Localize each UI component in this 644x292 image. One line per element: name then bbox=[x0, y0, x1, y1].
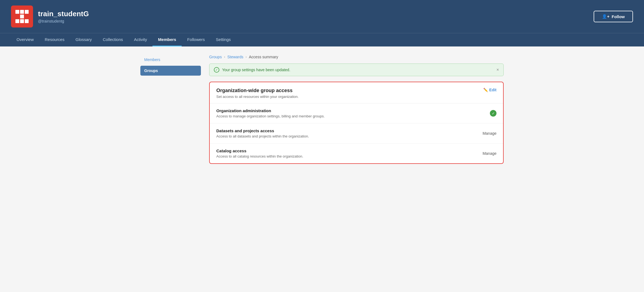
org-logo-svg bbox=[14, 9, 30, 24]
pencil-icon: ✏️ bbox=[483, 88, 488, 92]
access-row-catalog-value: Manage bbox=[482, 151, 496, 156]
access-row-org-admin-info: Organization administration Access to ma… bbox=[216, 108, 325, 118]
access-row-org-admin-title: Organization administration bbox=[216, 108, 325, 113]
org-identity: train_studentG @trainstudentg bbox=[11, 5, 89, 27]
breadcrumb-stewards[interactable]: Stewards bbox=[227, 55, 243, 59]
nav-glossary[interactable]: Glossary bbox=[70, 33, 97, 46]
sidebar: Members Groups bbox=[140, 55, 201, 164]
access-row-org-admin: Organization administration Access to ma… bbox=[210, 103, 503, 123]
alert-close-button[interactable]: × bbox=[496, 67, 499, 72]
alert-check-icon: ✓ bbox=[214, 67, 219, 73]
access-card: Organization-wide group access Set acces… bbox=[209, 82, 504, 164]
access-row-org-admin-value: ✓ bbox=[490, 110, 496, 117]
content-area: Groups › Stewards › Access summary ✓ You… bbox=[209, 55, 504, 164]
sidebar-item-members[interactable]: Members bbox=[140, 55, 201, 65]
access-row-datasets: Datasets and projects access Access to a… bbox=[210, 123, 503, 144]
success-alert: ✓ Your group settings have been updated.… bbox=[209, 64, 504, 76]
main-content: Members Groups Groups › Stewards › Acces… bbox=[129, 46, 515, 172]
breadcrumb-current: Access summary bbox=[249, 55, 278, 59]
page-header: train_studentG @trainstudentg 👤+ Follow bbox=[0, 0, 644, 33]
nav-activity[interactable]: Activity bbox=[129, 33, 153, 46]
svg-rect-0 bbox=[15, 10, 19, 14]
breadcrumb-groups[interactable]: Groups bbox=[209, 55, 222, 59]
access-card-header-left: Organization-wide group access Set acces… bbox=[216, 88, 299, 99]
access-row-datasets-value: Manage bbox=[482, 131, 496, 136]
org-info: train_studentG @trainstudentg bbox=[38, 10, 89, 23]
alert-message: Your group settings have been updated. bbox=[222, 68, 290, 72]
org-handle: @trainstudentg bbox=[38, 19, 89, 23]
alert-content: ✓ Your group settings have been updated. bbox=[214, 67, 290, 73]
access-row-org-admin-desc: Access to manage organization settings, … bbox=[216, 114, 325, 118]
nav-collections[interactable]: Collections bbox=[97, 33, 128, 46]
org-avatar bbox=[11, 5, 33, 27]
access-row-catalog-info: Catalog access Access to all catalog res… bbox=[216, 148, 303, 158]
access-card-header: Organization-wide group access Set acces… bbox=[210, 82, 503, 103]
access-row-datasets-desc: Access to all datasets and projects with… bbox=[216, 134, 309, 138]
access-row-datasets-title: Datasets and projects access bbox=[216, 128, 309, 133]
access-row-catalog-title: Catalog access bbox=[216, 148, 303, 153]
edit-button[interactable]: ✏️ Edit bbox=[483, 88, 496, 92]
nav-followers[interactable]: Followers bbox=[182, 33, 210, 46]
nav-resources[interactable]: Resources bbox=[39, 33, 70, 46]
follow-button[interactable]: 👤+ Follow bbox=[594, 11, 633, 22]
svg-rect-3 bbox=[20, 15, 24, 18]
svg-rect-4 bbox=[15, 19, 19, 23]
access-card-title: Organization-wide group access bbox=[216, 88, 299, 93]
breadcrumb-sep-1: › bbox=[224, 55, 225, 59]
org-admin-check-icon: ✓ bbox=[490, 110, 496, 117]
nav-settings[interactable]: Settings bbox=[210, 33, 236, 46]
svg-rect-5 bbox=[20, 19, 24, 23]
access-row-catalog-desc: Access to all catalog resources within t… bbox=[216, 154, 303, 158]
nav-members[interactable]: Members bbox=[152, 33, 182, 46]
svg-rect-1 bbox=[20, 10, 24, 14]
person-add-icon: 👤+ bbox=[602, 14, 610, 19]
access-row-datasets-info: Datasets and projects access Access to a… bbox=[216, 128, 309, 138]
svg-rect-2 bbox=[25, 10, 29, 14]
nav-overview[interactable]: Overview bbox=[11, 33, 39, 46]
svg-rect-6 bbox=[25, 19, 29, 23]
breadcrumb-sep-2: › bbox=[245, 55, 247, 59]
main-nav: Overview Resources Glossary Collections … bbox=[0, 33, 644, 46]
access-row-catalog: Catalog access Access to all catalog res… bbox=[210, 144, 503, 163]
access-card-subtitle: Set access to all resources within your … bbox=[216, 95, 299, 99]
breadcrumb: Groups › Stewards › Access summary bbox=[209, 55, 504, 59]
org-name: train_studentG bbox=[38, 10, 89, 18]
sidebar-item-groups[interactable]: Groups bbox=[140, 66, 201, 76]
